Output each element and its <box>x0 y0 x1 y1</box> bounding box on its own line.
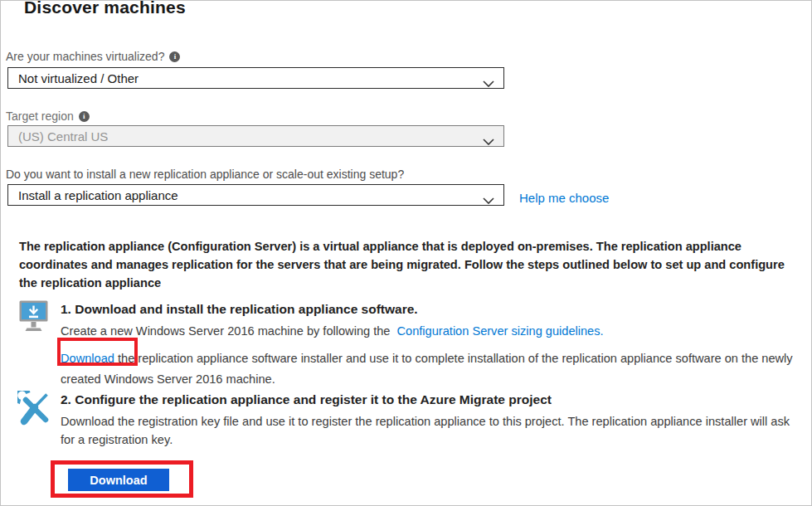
step2-heading: 2. Configure the replication appliance a… <box>61 392 803 408</box>
page-title: Discover machines <box>24 0 186 17</box>
appliance-label-text: Do you want to install a new replication… <box>6 168 404 181</box>
step2-section: 2. Configure the replication appliance a… <box>61 392 803 449</box>
chevron-down-icon <box>483 75 494 89</box>
target-region-select-value: (US) Central US <box>18 129 108 144</box>
appliance-select-value: Install a replication appliance <box>18 188 178 202</box>
target-region-label-text: Target region <box>6 109 74 123</box>
download-monitor-icon <box>19 300 48 341</box>
help-me-choose-link[interactable]: Help me choose <box>519 191 609 205</box>
info-icon: i <box>169 51 180 62</box>
virtualized-select[interactable]: Not virtualized / Other <box>7 67 504 89</box>
discover-machines-dialog: Discover machines Are your machines virt… <box>0 0 812 506</box>
step2-body-text: Download the registration key file and u… <box>61 412 803 449</box>
virtualized-label: Are your machines virtualized? i <box>6 50 180 63</box>
sizing-guidelines-link[interactable]: Configuration Server sizing guidelines. <box>397 324 604 338</box>
step1-create-machine-text: Create a new Windows Server 2016 machine… <box>61 322 801 340</box>
download-installer-link[interactable]: Download <box>61 352 114 365</box>
virtualized-select-value: Not virtualized / Other <box>18 71 139 85</box>
step1-heading: 1. Download and install the replication … <box>61 301 801 318</box>
appliance-label: Do you want to install a new replication… <box>6 168 404 181</box>
virtualized-label-text: Are your machines virtualized? <box>6 50 164 63</box>
step1-section: 1. Download and install the replication … <box>61 301 801 390</box>
appliance-description: The replication appliance (Configuration… <box>19 237 797 292</box>
chevron-down-icon <box>483 134 494 147</box>
step1-download-text: Download the replication appliance softw… <box>61 348 801 390</box>
download-key-button[interactable]: Download <box>68 469 169 491</box>
chevron-down-icon <box>483 192 494 206</box>
target-region-label: Target region i <box>6 109 90 123</box>
tools-icon <box>17 391 51 432</box>
target-region-select: (US) Central US <box>7 125 504 147</box>
step1-body-rest: the replication appliance software insta… <box>61 352 793 386</box>
info-icon: i <box>79 111 90 122</box>
appliance-select[interactable]: Install a replication appliance <box>7 184 504 206</box>
step1-intro-text: Create a new Windows Server 2016 machine… <box>61 324 390 338</box>
red-highlight-box-download-button: Download <box>51 460 193 498</box>
